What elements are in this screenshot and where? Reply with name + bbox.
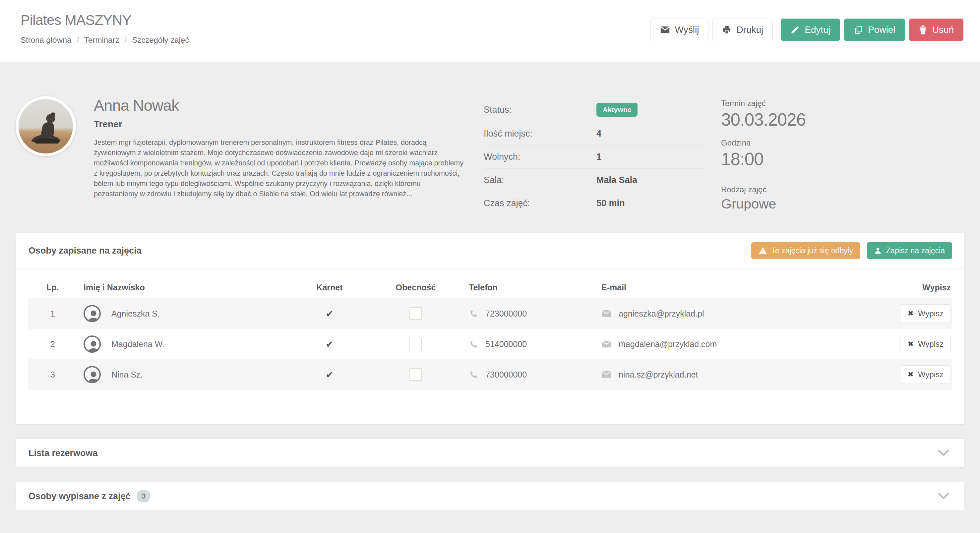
attendees-card-header: Osoby zapisane na zajęcia Te zajęcia już… [16, 233, 964, 269]
breadcrumb-separator: / [124, 35, 127, 45]
top-bar: Pilates MASZYNY Strona główna / Terminar… [0, 0, 980, 62]
detail-row-places: Ilość miejsc: 4 [484, 122, 703, 145]
wypisz-button[interactable]: ✖ Wypisz [900, 335, 951, 353]
col-email: E-mail [601, 283, 834, 292]
wypisz-button[interactable]: ✖ Wypisz [900, 304, 951, 323]
past-class-notice-label: Te zajęcia już się odbyły [772, 246, 853, 255]
duplicate-button-label: Powiel [868, 24, 895, 35]
delete-button[interactable]: Usuń [909, 19, 963, 41]
trainer-role: Trener [94, 119, 464, 130]
envelope-icon [601, 310, 611, 318]
schedule-panel: Termin zajęć 30.03.2026 Godzina 18:00 Ro… [721, 96, 964, 215]
attendee-email: nina.sz@przyklad.net [619, 370, 698, 380]
presence-checkbox[interactable] [409, 368, 422, 381]
detail-row-room: Sala: Mała Sala [484, 169, 703, 192]
phone-icon [469, 309, 478, 318]
x-icon: ✖ [907, 340, 913, 348]
duplicate-button[interactable]: Powiel [844, 19, 905, 41]
room-label: Sala: [484, 175, 597, 185]
wypisz-button-label: Wypisz [918, 339, 943, 349]
row-lp: 2 [28, 339, 78, 349]
breadcrumb-terminarz[interactable]: Terminarz [84, 35, 119, 45]
free-label: Wolnych: [484, 152, 597, 162]
presence-checkbox[interactable] [409, 307, 422, 320]
row-lp: 1 [28, 309, 78, 318]
table-row: 2 Magdalena W. ✔ 514000000 [28, 329, 952, 359]
delete-button-label: Usuń [932, 24, 954, 35]
signup-button[interactable]: Zapisz na zajęcia [867, 242, 952, 259]
edit-button[interactable]: Edytuj [781, 19, 840, 41]
printer-icon [722, 25, 731, 35]
attendee-email: agnieszka@przyklad.pl [619, 309, 704, 318]
user-avatar-icon [84, 305, 101, 322]
envelope-icon [660, 26, 670, 34]
top-action-buttons: Wyślij Drukuj Edytuj Powiel Usuń [651, 19, 963, 41]
duration-label: Czas zajęć: [484, 198, 597, 208]
unsubscribed-section[interactable]: Osoby wypisane z zajęć 3 [16, 482, 964, 511]
detail-row-free: Wolnych: 1 [484, 145, 703, 169]
attendee-phone: 723000000 [485, 309, 527, 318]
places-label: Ilość miejsc: [484, 129, 597, 139]
col-wypisz: Wypisz [834, 283, 952, 292]
trainer-bio: Jestem mgr fizjoterapii, dyplomowanym tr… [94, 138, 464, 199]
status-badge: Aktywne [597, 103, 638, 117]
karnet-check-icon: ✔ [326, 369, 333, 380]
detail-row-duration: Czas zajęć: 50 min [484, 192, 703, 215]
wypisz-button-label: Wypisz [918, 370, 943, 379]
class-details-panel: Status: Aktywne Ilość miejsc: 4 Wolnych:… [484, 96, 703, 215]
date-value: 30.03.2026 [721, 110, 964, 130]
past-class-notice: Te zajęcia już się odbyły [751, 242, 861, 259]
page-content: Anna Nowak Trener Jestem mgr fizjoterapi… [0, 62, 980, 511]
x-icon: ✖ [907, 309, 913, 318]
warning-icon [759, 247, 767, 255]
free-value: 1 [597, 152, 601, 162]
presence-checkbox[interactable] [409, 338, 422, 350]
col-name: Imię i Nazwisko [78, 283, 296, 292]
attendees-table: Lp. Imię i Nazwisko Karnet Obecność Tele… [16, 269, 964, 424]
attendee-phone: 730000000 [485, 370, 527, 380]
status-label: Status: [484, 105, 597, 115]
date-label: Termin zajęć [721, 99, 964, 108]
karnet-check-icon: ✔ [326, 339, 333, 349]
places-value: 4 [597, 129, 601, 139]
edit-button-label: Edytuj [805, 24, 830, 35]
room-value: Mała Sala [597, 175, 637, 185]
send-button[interactable]: Wyślij [651, 19, 709, 41]
breadcrumb-current: Szczegóły zajęć [132, 35, 189, 45]
time-value: 18:00 [721, 149, 964, 169]
phone-icon [469, 370, 478, 379]
unsubscribed-title: Osoby wypisane z zajęć [29, 491, 130, 501]
trainer-avatar [16, 96, 76, 156]
table-row: 3 Nina Sz. ✔ 730000000 [28, 359, 952, 390]
trainer-photo-silhouette [23, 107, 74, 153]
table-header-row: Lp. Imię i Nazwisko Karnet Obecność Tele… [28, 277, 952, 298]
attendees-card: Osoby zapisane na zajęcia Te zajęcia już… [16, 233, 964, 425]
chevron-down-icon[interactable] [937, 449, 950, 457]
type-value: Grupowe [721, 196, 964, 212]
wypisz-button[interactable]: ✖ Wypisz [900, 365, 951, 384]
table-row: 1 Agnieszka S. ✔ 723000000 [28, 298, 952, 329]
trainer-name: Anna Nowak [94, 96, 464, 115]
attendee-name[interactable]: Magdalena W. [111, 339, 164, 349]
copy-icon [854, 25, 863, 35]
reserve-list-section[interactable]: Lista rezerwowa [16, 439, 964, 468]
type-label: Rodzaj zajęć [721, 185, 964, 194]
trainer-info: Anna Nowak Trener Jestem mgr fizjoterapi… [94, 96, 484, 215]
col-telefon: Telefon [469, 283, 601, 292]
attendee-phone: 514000000 [485, 339, 527, 349]
duration-value: 50 min [597, 198, 625, 208]
attendee-name[interactable]: Agnieszka S. [111, 309, 160, 318]
breadcrumb-separator: / [76, 35, 79, 45]
person-icon [874, 247, 881, 255]
print-button[interactable]: Drukuj [713, 19, 773, 41]
row-lp: 3 [28, 370, 78, 380]
print-button-label: Drukuj [736, 24, 763, 35]
chevron-down-icon[interactable] [937, 492, 950, 500]
attendee-name[interactable]: Nina Sz. [111, 370, 143, 380]
breadcrumb-home[interactable]: Strona główna [21, 35, 71, 45]
phone-icon [469, 339, 478, 349]
x-icon: ✖ [907, 370, 913, 379]
pencil-icon [791, 25, 800, 35]
col-lp: Lp. [28, 283, 78, 292]
karnet-check-icon: ✔ [326, 309, 333, 319]
